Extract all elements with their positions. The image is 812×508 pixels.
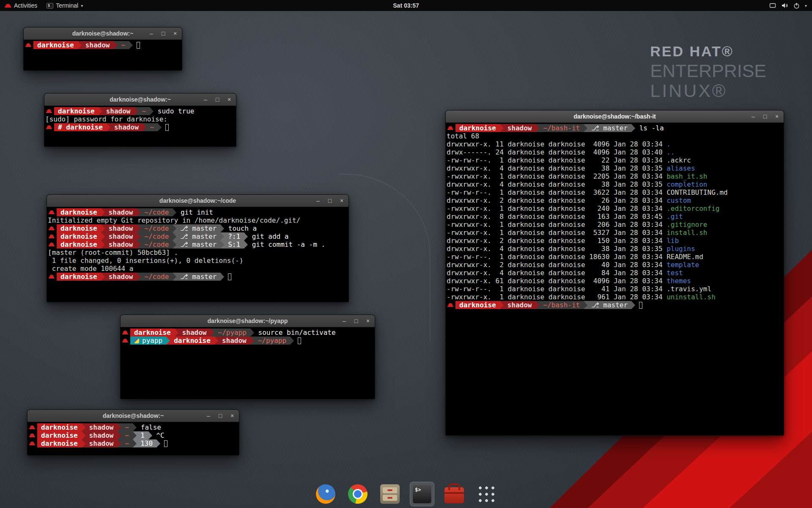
terminal-launcher[interactable]: $> bbox=[410, 482, 434, 506]
terminal-text: drwxrwxr-x. 4 darknoise darknoise 38 Jan… bbox=[447, 245, 667, 253]
prompt-segment-user: darknoise bbox=[37, 439, 82, 447]
terminal-window[interactable]: darknoise@shadow:~/pyapp–□×darknoiseshad… bbox=[120, 315, 375, 399]
maximize-button[interactable]: □ bbox=[762, 113, 768, 119]
top-bar: Activities $ Terminal ▾ Sat 03:57 ▾ bbox=[0, 0, 812, 11]
terminal-text: test bbox=[667, 269, 683, 277]
powerline-separator-icon bbox=[158, 123, 162, 131]
window-titlebar[interactable]: darknoise@shadow:~/code–□× bbox=[47, 195, 348, 207]
powerline-separator-icon bbox=[250, 337, 254, 345]
window-title: darknoise@shadow:~/bash-it bbox=[573, 113, 656, 120]
app-grid-icon bbox=[477, 485, 496, 503]
prompt-segment-exit: 130 bbox=[137, 439, 156, 447]
redhat-prompt-icon bbox=[46, 124, 52, 130]
window-titlebar[interactable]: darknoise@shadow:~/pyapp–□× bbox=[121, 315, 375, 327]
prompt-line: pyappdarknoiseshadow~/pyapp bbox=[121, 337, 374, 345]
powerline-separator-icon bbox=[78, 41, 82, 49]
window-titlebar[interactable]: darknoise@shadow:~–□× bbox=[24, 28, 182, 40]
activities-label: Activities bbox=[14, 2, 37, 9]
files-icon bbox=[380, 484, 400, 504]
minimize-button[interactable]: – bbox=[148, 30, 155, 36]
maximize-button[interactable]: □ bbox=[160, 30, 167, 36]
terminal-cursor bbox=[298, 337, 301, 344]
redhat-prompt-icon bbox=[447, 302, 453, 308]
command-text: ^C bbox=[152, 431, 165, 439]
minimize-button[interactable]: – bbox=[750, 113, 757, 119]
terminal-body[interactable]: darknoiseshadow~ falsedarknoiseshadow~1 … bbox=[27, 422, 239, 447]
window-titlebar[interactable]: darknoise@shadow:~–□× bbox=[27, 410, 239, 422]
prompt-segment-host: shadow bbox=[102, 107, 134, 115]
prompt-line: darknoiseshadow~/bash-it⎇ master bbox=[447, 301, 783, 309]
terminal-text: .gitignore bbox=[667, 221, 707, 229]
clock[interactable]: Sat 03:57 bbox=[393, 0, 419, 11]
minimize-button[interactable]: – bbox=[315, 198, 321, 204]
terminal-window[interactable]: darknoise@shadow:~/code–□×darknoiseshado… bbox=[47, 194, 349, 302]
terminal-window[interactable]: darknoise@shadow:~–□×darknoiseshadow~ fa… bbox=[27, 409, 239, 456]
powerline-separator-icon bbox=[82, 439, 85, 447]
redhat-prompt-icon bbox=[46, 108, 52, 114]
window-titlebar[interactable]: darknoise@shadow:~–□× bbox=[44, 94, 236, 106]
app-menu[interactable]: $ Terminal ▾ bbox=[42, 0, 88, 11]
volume-icon bbox=[781, 3, 788, 8]
prompt-segment-path: ~/pyapp bbox=[214, 329, 250, 337]
firefox-icon bbox=[316, 484, 335, 504]
powerline-separator-icon bbox=[584, 301, 587, 309]
terminal-text: 1 file changed, 0 insertions(+), 0 delet… bbox=[48, 257, 243, 265]
close-button[interactable]: × bbox=[226, 97, 233, 102]
terminal-body[interactable]: darknoiseshadow~/code git initInitialize… bbox=[47, 207, 348, 281]
chrome-launcher[interactable] bbox=[346, 482, 370, 506]
terminal-window[interactable]: darknoise@shadow:~/bash-it–□×darknoisesh… bbox=[445, 110, 784, 436]
maximize-button[interactable]: □ bbox=[214, 97, 221, 102]
minimize-button[interactable]: – bbox=[202, 97, 209, 102]
terminal-window[interactable]: darknoise@shadow:~–□×darknoiseshadow~ su… bbox=[44, 93, 236, 147]
powerline-separator-icon bbox=[118, 431, 121, 439]
close-button[interactable]: × bbox=[338, 198, 345, 204]
firefox-launcher[interactable] bbox=[313, 482, 338, 506]
prompt-segment-host: shadow bbox=[218, 337, 250, 345]
maximize-button[interactable]: □ bbox=[217, 413, 224, 419]
prompt-segment-user: darknoise bbox=[33, 41, 78, 49]
terminal-body[interactable]: darknoiseshadow~ sudo true[sudo] passwor… bbox=[44, 106, 236, 131]
files-launcher[interactable] bbox=[378, 482, 402, 506]
terminal-window[interactable]: darknoise@shadow:~–□×darknoiseshadow~ bbox=[23, 27, 182, 71]
terminal-body[interactable]: darknoiseshadow~ bbox=[24, 40, 182, 49]
brand-enterprise: ENTERPRISE bbox=[650, 62, 766, 80]
powerline-separator-icon bbox=[148, 431, 152, 439]
prompt-segment-path: ~/code bbox=[141, 224, 173, 232]
maximize-button[interactable]: □ bbox=[326, 198, 333, 204]
terminal-body[interactable]: darknoiseshadow~/bash-it⎇ master ls -lat… bbox=[446, 123, 784, 309]
terminal-text: drwx------. 24 darknoise darknoise 4096 … bbox=[447, 148, 667, 156]
minimize-button[interactable]: – bbox=[341, 318, 348, 324]
toolbox-launcher[interactable] bbox=[442, 482, 466, 506]
prompt-segment-user: darknoise bbox=[455, 301, 500, 309]
close-button[interactable]: × bbox=[774, 113, 780, 119]
command-text: touch a bbox=[224, 224, 257, 232]
activities-button[interactable]: Activities bbox=[0, 0, 42, 11]
powerline-separator-icon bbox=[133, 439, 137, 447]
prompt-segment-host: shadow bbox=[105, 232, 137, 240]
powerline-separator-icon bbox=[211, 329, 214, 337]
close-button[interactable]: × bbox=[172, 30, 178, 36]
dock: $> bbox=[313, 482, 499, 506]
terminal-text: -rwxrwxr-x. 1 darknoise darknoise 2205 J… bbox=[447, 172, 667, 180]
display-icon bbox=[769, 3, 776, 8]
terminal-cursor bbox=[228, 273, 231, 280]
prompt-segment-path: ~/bash-it bbox=[540, 124, 584, 132]
redhat-prompt-icon bbox=[49, 274, 55, 280]
powerline-separator-icon bbox=[137, 224, 141, 232]
prompt-segment-host: shadow bbox=[85, 439, 118, 447]
terminal-cursor bbox=[137, 42, 140, 49]
maximize-button[interactable]: □ bbox=[353, 318, 359, 324]
system-menu[interactable]: ▾ bbox=[764, 0, 812, 11]
window-titlebar[interactable]: darknoise@shadow:~/bash-it–□× bbox=[446, 110, 784, 123]
app-grid-launcher[interactable] bbox=[474, 482, 499, 506]
minimize-button[interactable]: – bbox=[205, 413, 212, 419]
close-button[interactable]: × bbox=[365, 318, 371, 324]
window-title: darknoise@shadow:~ bbox=[110, 96, 171, 103]
terminal-text: [master (root-commit) 50bcb63] . bbox=[48, 248, 178, 257]
terminal-body[interactable]: darknoiseshadow~/pyapp source bin/activa… bbox=[121, 327, 375, 345]
prompt-segment-venv: pyapp bbox=[130, 337, 166, 345]
prompt-segment-path: ~/code bbox=[141, 208, 173, 216]
close-button[interactable]: × bbox=[229, 413, 236, 419]
prompt-line: darknoiseshadow~/bash-it⎇ master ls -la bbox=[447, 124, 783, 132]
window-title: darknoise@shadow:~ bbox=[72, 30, 134, 37]
